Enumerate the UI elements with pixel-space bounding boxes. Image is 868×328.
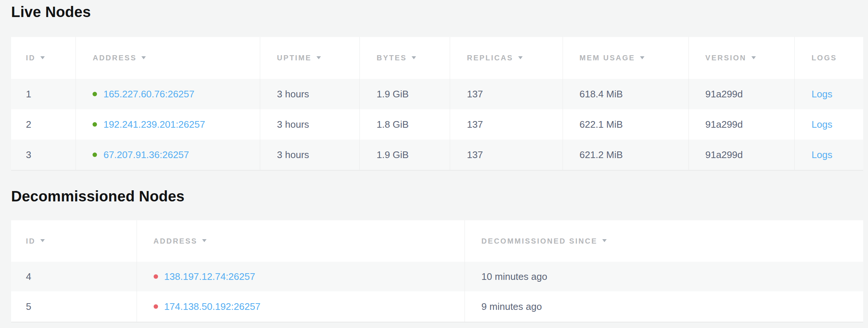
cell-version: 91a299d [688,140,795,170]
sort-arrow-icon [751,56,756,59]
live-nodes-table: ID ADDRESS UPTIME BYTES REPLICAS MEM USA… [11,37,863,171]
cell-address: 174.138.50.192:26257 [137,291,465,322]
header-cell-replicas[interactable]: REPLICAS [450,37,563,79]
header-cell-address[interactable]: ADDRESS [137,220,465,262]
cell-logs: Logs [795,140,863,170]
live-nodes-title: Live Nodes [11,3,863,21]
table-row: 3 67.207.91.36:26257 3 hours 1.9 GiB 137… [11,140,863,170]
header-cell-version[interactable]: VERSION [688,37,795,79]
cell-mem-usage: 622.1 MiB [563,109,688,140]
cell-mem-usage: 621.2 MiB [563,140,688,170]
sort-arrow-icon [640,56,644,59]
header-label: DECOMMISSIONED SINCE [482,237,597,245]
cell-mem-usage: 618.4 MiB [563,79,688,109]
address-link[interactable]: 138.197.12.74:26257 [164,271,255,282]
cell-uptime: 3 hours [260,79,360,109]
nodes-page: Live Nodes ID ADDRESS UPTIME BYTES [0,0,868,322]
cell-address: 138.197.12.74:26257 [137,262,465,291]
sort-arrow-icon [40,239,45,242]
live-status-icon [93,92,97,96]
table-row: 1 165.227.60.76:26257 3 hours 1.9 GiB 13… [11,79,863,109]
header-label: MEM USAGE [580,54,635,62]
cell-bytes: 1.9 GiB [360,79,450,109]
header-cell-logs: LOGS [795,37,863,79]
logs-link[interactable]: Logs [811,149,832,160]
address-link[interactable]: 174.138.50.192:26257 [164,301,261,312]
cell-address: 192.241.239.201:26257 [76,109,260,140]
sort-arrow-icon [202,239,207,242]
address-link[interactable]: 192.241.239.201:26257 [103,119,205,130]
header-label: UPTIME [277,54,312,62]
table-row: 4 138.197.12.74:26257 10 minutes ago [11,262,863,291]
live-status-icon [93,122,97,127]
header-cell-address[interactable]: ADDRESS [76,37,260,79]
sort-arrow-icon [412,56,416,59]
cell-version: 91a299d [688,109,795,140]
live-nodes-header-row: ID ADDRESS UPTIME BYTES REPLICAS MEM USA… [11,37,863,79]
cell-bytes: 1.8 GiB [360,109,450,140]
address-link[interactable]: 165.227.60.76:26257 [103,88,194,100]
cell-decommissioned-since: 9 minutes ago [465,291,863,322]
header-label: ID [26,237,36,245]
header-label: ID [26,54,36,62]
cell-node-id: 1 [11,79,76,109]
table-row: 5 174.138.50.192:26257 9 minutes ago [11,291,863,322]
header-label: BYTES [376,54,407,62]
live-status-icon [93,153,97,157]
cell-replicas: 137 [450,109,563,140]
decommissioned-nodes-title: Decommissioned Nodes [11,187,863,205]
decommissioned-status-icon [154,274,158,279]
table-row: 2 192.241.239.201:26257 3 hours 1.8 GiB … [11,109,863,140]
decommissioned-nodes-table: ID ADDRESS DECOMMISSIONED SINCE 4 138.19… [11,220,863,322]
header-cell-bytes[interactable]: BYTES [360,37,450,79]
cell-replicas: 137 [450,140,563,170]
sort-arrow-icon [602,239,607,242]
decommissioned-status-icon [154,304,158,309]
cell-address: 165.227.60.76:26257 [76,79,260,109]
header-cell-id[interactable]: ID [11,220,137,262]
logs-link[interactable]: Logs [811,119,832,130]
cell-node-id: 3 [11,140,76,170]
header-cell-mem-usage[interactable]: MEM USAGE [563,37,688,79]
sort-arrow-icon [40,56,45,59]
header-cell-decommissioned-since[interactable]: DECOMMISSIONED SINCE [465,220,863,262]
address-link[interactable]: 67.207.91.36:26257 [103,149,189,160]
logs-link[interactable]: Logs [811,88,832,100]
cell-address: 67.207.91.36:26257 [76,140,260,170]
sort-arrow-icon [518,56,523,59]
decommissioned-header-row: ID ADDRESS DECOMMISSIONED SINCE [11,220,863,262]
cell-decommissioned-since: 10 minutes ago [465,262,863,291]
header-label: ADDRESS [93,54,137,62]
header-label: ADDRESS [154,237,198,245]
header-cell-uptime[interactable]: UPTIME [260,37,360,79]
header-label: LOGS [811,54,837,62]
cell-node-id: 5 [11,291,137,322]
cell-logs: Logs [795,79,863,109]
cell-uptime: 3 hours [260,140,360,170]
sort-arrow-icon [141,56,146,59]
header-label: REPLICAS [467,54,513,62]
cell-bytes: 1.9 GiB [360,140,450,170]
header-label: VERSION [706,54,747,62]
header-cell-id[interactable]: ID [11,37,76,79]
cell-replicas: 137 [450,79,563,109]
sort-arrow-icon [316,56,321,59]
cell-uptime: 3 hours [260,109,360,140]
cell-node-id: 4 [11,262,137,291]
cell-node-id: 2 [11,109,76,140]
cell-logs: Logs [795,109,863,140]
cell-version: 91a299d [688,79,795,109]
